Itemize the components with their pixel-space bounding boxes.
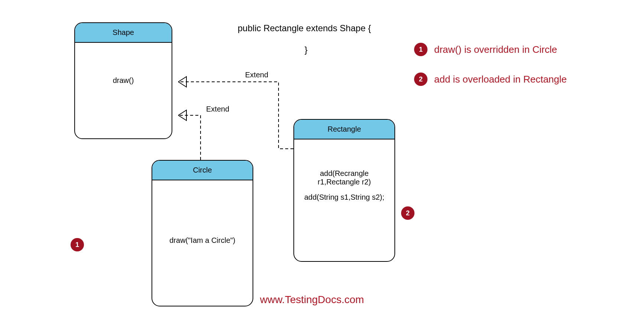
code-line-1: public Rectangle extends Shape { bbox=[238, 23, 371, 33]
note-overload-text: add is overloaded in Rectangle bbox=[434, 74, 567, 85]
badge-rectangle-marker: 2 bbox=[401, 206, 414, 220]
code-line-2: } bbox=[305, 45, 308, 55]
uml-class-circle: Circle draw("Iam a Circle") bbox=[152, 160, 253, 306]
website-link: www.TestingDocs.com bbox=[260, 294, 364, 306]
uml-class-shape: Shape draw() bbox=[74, 22, 172, 139]
diagram-stage: public Rectangle extends Shape { } Shape… bbox=[0, 0, 644, 331]
note-override: 1 draw() is overridden in Circle bbox=[414, 43, 557, 56]
extend-label-circle: Extend bbox=[206, 105, 229, 113]
extend-label-rectangle: Extend bbox=[245, 71, 268, 79]
uml-class-shape-title: Shape bbox=[75, 23, 172, 43]
uml-class-rectangle-title: Rectangle bbox=[294, 120, 394, 139]
uml-class-rectangle: Rectangle add(Recrangle r1,Rectangle r2)… bbox=[293, 119, 395, 262]
uml-class-shape-body: draw() bbox=[75, 43, 172, 99]
note-override-badge: 1 bbox=[414, 43, 427, 56]
uml-class-circle-body: draw("Iam a Circle") bbox=[152, 180, 253, 259]
uml-class-rectangle-body: add(Recrangle r1,Rectangle r2) add(Strin… bbox=[294, 139, 394, 216]
uml-class-rectangle-method-0: add(Recrangle r1,Rectangle r2) bbox=[302, 169, 387, 186]
badge-circle-marker: 1 bbox=[71, 238, 84, 251]
uml-class-shape-method-0: draw() bbox=[82, 76, 164, 85]
uml-class-rectangle-method-1: add(String s1,String s2); bbox=[302, 193, 387, 202]
uml-class-circle-method-0: draw("Iam a Circle") bbox=[160, 236, 245, 245]
note-override-text: draw() is overridden in Circle bbox=[434, 44, 557, 55]
note-overload-badge: 2 bbox=[414, 73, 427, 86]
uml-class-circle-title: Circle bbox=[152, 161, 253, 180]
note-overload: 2 add is overloaded in Rectangle bbox=[414, 73, 567, 86]
